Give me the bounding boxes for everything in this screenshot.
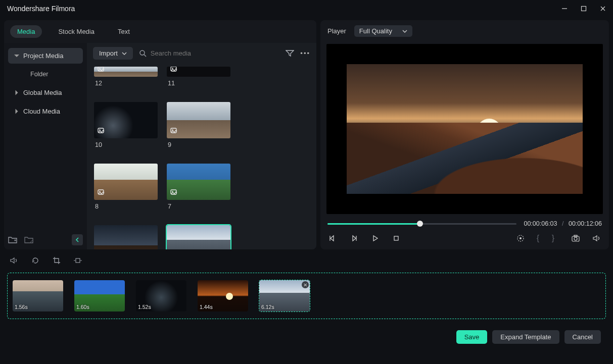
media-thumb-image [167,164,230,200]
storyboard-clip[interactable]: 6.12s✕ [259,280,310,311]
lower-tools [5,252,608,271]
media-thumb[interactable]: 6 [94,225,158,249]
new-folder-icon[interactable] [8,236,17,244]
media-thumb-image [94,67,158,77]
svg-rect-1 [582,7,586,11]
media-thumb[interactable]: 8 [94,164,158,210]
storyboard-clip[interactable]: 1.52s [136,280,186,311]
player-panel: Player Full Quality 00:00:06:03 / 00:00:… [320,20,609,249]
import-label: Import [99,49,118,57]
folder-link-icon[interactable] [24,236,33,244]
time-display: 00:00:06:03 / 00:00:12:06 [524,220,602,227]
minimize-icon[interactable] [561,6,568,12]
sidebar-item-cloud-media[interactable]: Cloud Media [8,103,83,119]
media-thumb[interactable]: 10 [94,102,158,148]
window-controls [561,6,606,12]
media-thumb-label: 12 [94,80,158,87]
sidebar-footer [8,234,83,245]
svg-point-13 [99,129,100,130]
color-icon[interactable] [515,233,526,243]
rotate-icon[interactable] [30,255,40,266]
remove-clip-icon[interactable]: ✕ [302,281,309,288]
search-input[interactable] [151,49,252,57]
media-thumb[interactable]: 7 [167,164,230,210]
sidebar-item-label: Project Media [23,52,63,60]
crop-icon[interactable] [52,255,62,266]
player-header: Player Full Quality [320,20,609,42]
sidebar-item-folder[interactable]: Folder [8,67,83,82]
image-badge-icon [170,67,179,74]
sidebar-item-label: Cloud Media [23,108,60,115]
storyboard-clip[interactable]: 1.60s [74,280,125,311]
playhead-slider[interactable] [327,221,516,227]
image-badge-icon [97,126,106,135]
prev-frame-button[interactable] [327,233,338,243]
clip-duration: 1.52s [138,304,151,310]
media-thumb-image [167,225,230,249]
expand-template-button[interactable]: Expand Template [492,330,559,344]
clip-duration: 1.56s [15,304,28,310]
media-thumb-label: 8 [94,203,158,210]
next-frame-button[interactable] [349,233,359,243]
media-thumb[interactable]: 5 [167,225,230,249]
media-thumb-image [167,102,230,138]
search-icon [139,49,147,57]
tab-media[interactable]: Media [10,25,42,38]
quality-value: Full Quality [359,27,392,35]
svg-point-9 [99,68,100,69]
time-total: 00:00:12:06 [569,220,602,227]
svg-point-11 [172,68,173,69]
player-label: Player [327,27,346,35]
storyboard-clip[interactable]: 1.56s [13,280,63,311]
cancel-button[interactable]: Cancel [564,330,601,344]
storyboard[interactable]: 1.56s1.60s1.52s1.44s6.12s✕ [7,273,606,319]
marker-braces[interactable]: { } [537,234,559,243]
titlebar: Wondershare Filmora [0,0,613,17]
chevron-right-icon [16,109,18,114]
preview-viewport[interactable] [326,44,603,214]
filter-icon[interactable] [286,49,294,57]
workspace: Media Stock Media Text Project Media Fol… [0,17,613,249]
storyboard-clip[interactable]: 1.44s [198,280,248,311]
fit-icon[interactable] [73,255,83,266]
tab-text[interactable]: Text [111,25,137,38]
import-button[interactable]: Import [93,47,133,60]
play-button[interactable] [370,233,380,243]
svg-point-19 [172,191,173,192]
quality-dropdown[interactable]: Full Quality [354,25,412,37]
maximize-icon[interactable] [581,6,587,12]
media-thumb-image [167,67,230,77]
media-thumb-image [94,102,158,138]
media-thumb-label: 11 [167,80,230,87]
media-thumb-label: 7 [167,203,230,210]
save-button[interactable]: Save [456,330,488,344]
chevron-down-icon [14,55,19,57]
sidebar-item-project-media[interactable]: Project Media [8,48,83,64]
media-thumb[interactable]: 11 [167,67,230,87]
volume-icon[interactable] [592,233,602,243]
audio-icon[interactable] [9,255,19,266]
tab-stock-media[interactable]: Stock Media [51,25,102,38]
stop-button[interactable] [391,233,401,243]
svg-point-30 [574,237,577,240]
sidebar-item-label: Global Media [23,89,62,96]
more-icon[interactable]: ••• [300,49,310,57]
player-controls: { } [320,230,609,249]
image-badge-icon [97,67,106,74]
collapse-sidebar-button[interactable] [72,234,83,245]
snapshot-icon[interactable] [571,233,581,243]
player-slider-row: 00:00:06:03 / 00:00:12:06 [320,214,609,230]
svg-line-7 [144,55,146,57]
close-icon[interactable] [600,6,606,12]
sidebar-item-label: Folder [30,71,48,78]
media-panel: Media Stock Media Text Project Media Fol… [4,20,316,249]
left-tabs: Media Stock Media Text [4,20,316,43]
sidebar-item-global-media[interactable]: Global Media [8,85,83,100]
footer-buttons: Save Expand Template Cancel [5,319,608,350]
image-badge-icon [97,188,106,197]
clip-duration: 1.60s [76,304,89,310]
media-thumb[interactable]: 9 [167,102,230,148]
media-thumb-label: 9 [167,141,230,148]
time-separator: / [562,220,563,227]
media-thumb[interactable]: 12 [94,67,158,87]
